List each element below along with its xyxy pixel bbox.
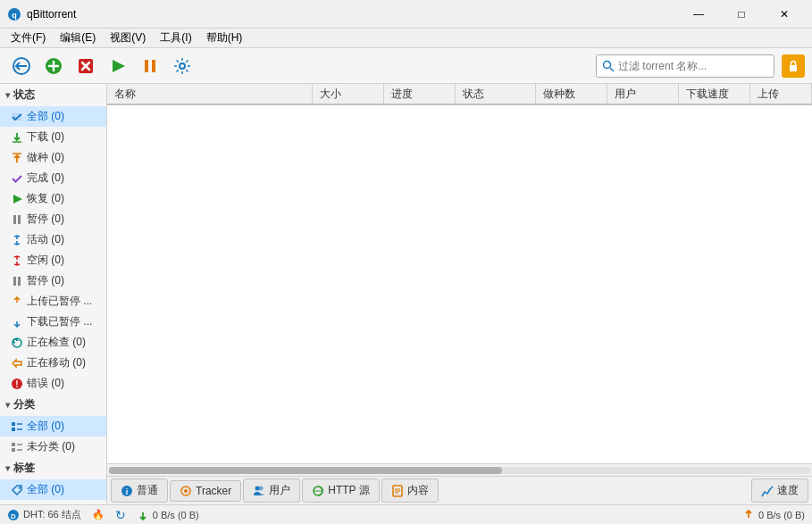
sidebar-section-tags[interactable]: ▾ 标签 <box>0 457 106 479</box>
sidebar-item-all[interactable]: 全部 (0) <box>0 106 106 127</box>
settings-icon <box>173 57 191 75</box>
sidebar-item-idle[interactable]: 空闲 (0) <box>0 250 106 270</box>
sidebar-item-cat-all[interactable]: 全部 (0) <box>0 416 106 437</box>
content-tab-icon <box>391 485 404 497</box>
sidebar-item-cat-none[interactable]: 未分类 (0) <box>0 437 106 457</box>
scrollbar-track[interactable] <box>109 467 810 474</box>
sidebar-item-error-label: 错误 (0) <box>27 376 64 391</box>
svg-rect-6 <box>145 60 148 72</box>
svg-text:i: i <box>126 487 129 496</box>
pause-icon <box>141 57 159 75</box>
window-title: qBittorrent <box>27 8 76 21</box>
http-tab-icon <box>312 485 324 497</box>
flame-status: 🔥 <box>92 509 105 520</box>
svg-point-36 <box>184 489 188 493</box>
search-input[interactable] <box>618 60 761 72</box>
svg-marker-5 <box>113 60 125 72</box>
back-button[interactable] <box>7 52 36 80</box>
speed-button[interactable]: 速度 <box>751 478 808 503</box>
play-icon <box>109 57 127 75</box>
sidebar-item-download-paused[interactable]: 下载已暂停 ... <box>0 312 106 332</box>
svg-point-38 <box>259 486 264 490</box>
menu-file[interactable]: 文件(F) <box>4 29 53 47</box>
torrent-header: 名称 大小 进度 状态 做种数 用户 下载速度 上传 <box>107 84 812 105</box>
menu-view[interactable]: 视图(V) <box>103 29 153 47</box>
sidebar-item-resumed-label: 恢复 (0) <box>27 191 64 206</box>
sidebar-section-category[interactable]: ▾ 分类 <box>0 394 106 416</box>
active-icon <box>11 234 23 246</box>
sidebar-item-completed[interactable]: 完成 (0) <box>0 168 106 188</box>
search-icon <box>602 60 615 72</box>
sidebar-item-tag-all-label: 全部 (0) <box>27 482 64 497</box>
h-scrollbar[interactable] <box>107 463 812 476</box>
sidebar-item-checking[interactable]: 正在检查 (0) <box>0 332 106 353</box>
chevron-status: ▾ <box>5 90 10 100</box>
col-header-progress[interactable]: 进度 <box>384 84 456 104</box>
svg-rect-7 <box>152 60 155 72</box>
svg-rect-18 <box>18 277 21 286</box>
speed-label: 速度 <box>777 483 799 498</box>
sidebar-item-downloading-label: 下载 (0) <box>27 129 64 145</box>
menu-bar: 文件(F) 编辑(E) 视图(V) 工具(I) 帮助(H) <box>0 29 812 48</box>
torrent-list[interactable] <box>107 105 812 463</box>
upload-paused-icon <box>11 295 23 308</box>
menu-edit[interactable]: 编辑(E) <box>53 29 103 47</box>
maximize-button[interactable]: □ <box>721 0 762 29</box>
close-button[interactable]: ✕ <box>764 0 805 29</box>
cat-all-icon <box>11 420 23 433</box>
sidebar-item-download-paused-label: 下载已暂停 ... <box>27 314 92 329</box>
dl-speed-text: 0 B/s (0 B) <box>153 510 199 520</box>
back-icon <box>13 57 30 75</box>
sidebar-item-resumed[interactable]: 恢复 (0) <box>0 188 106 209</box>
chevron-tags: ▾ <box>5 463 10 473</box>
col-header-dl[interactable]: 下载速度 <box>679 84 750 104</box>
delete-button[interactable] <box>71 52 100 80</box>
sidebar-item-active-label: 活动 (0) <box>27 232 64 247</box>
tab-users[interactable]: 用户 <box>243 478 300 503</box>
resumed-icon <box>11 193 23 205</box>
cat-none-icon <box>11 441 23 453</box>
col-header-name[interactable]: 名称 <box>107 84 313 104</box>
tracker-tab-icon <box>180 485 192 497</box>
sidebar-item-checking-label: 正在检查 (0) <box>27 335 86 350</box>
svg-rect-27 <box>12 443 15 446</box>
pause-button[interactable] <box>136 52 164 80</box>
col-header-users[interactable]: 用户 <box>607 84 679 104</box>
sidebar-item-paused2[interactable]: 暂停 (0) <box>0 270 106 291</box>
sidebar-section-status[interactable]: ▾ 状态 <box>0 84 106 106</box>
minimize-button[interactable]: — <box>678 0 719 29</box>
sidebar-item-active[interactable]: 活动 (0) <box>0 229 106 250</box>
svg-text:q: q <box>12 11 17 20</box>
col-header-status[interactable]: 状态 <box>456 84 536 104</box>
lock-button[interactable] <box>782 54 805 78</box>
tab-content[interactable]: 内容 <box>381 478 439 503</box>
settings-button[interactable] <box>168 52 197 80</box>
sidebar-item-paused[interactable]: 暂停 (0) <box>0 209 106 229</box>
chevron-category: ▾ <box>5 400 10 410</box>
sidebar-item-downloading[interactable]: 下载 (0) <box>0 127 106 147</box>
svg-marker-14 <box>13 195 22 204</box>
play-button[interactable] <box>104 52 132 80</box>
sidebar-section-status-label: 状态 <box>13 87 35 103</box>
add-torrent-button[interactable] <box>39 52 68 80</box>
sidebar-item-seeding[interactable]: 做种 (0) <box>0 147 106 168</box>
scrollbar-thumb[interactable] <box>109 467 502 474</box>
col-header-seeds[interactable]: 做种数 <box>536 84 607 104</box>
tab-http[interactable]: HTTP 源 <box>302 478 379 503</box>
tab-tracker[interactable]: Tracker <box>170 480 241 502</box>
col-header-ul[interactable]: 上传 <box>750 84 812 104</box>
sidebar-item-paused2-label: 暂停 (0) <box>27 273 64 288</box>
checking-icon <box>11 337 23 349</box>
app-icon: q <box>7 7 21 21</box>
sidebar-item-tag-all[interactable]: 全部 (0) <box>0 479 106 500</box>
col-header-size[interactable]: 大小 <box>313 84 384 104</box>
menu-tools[interactable]: 工具(I) <box>153 29 198 47</box>
sidebar-item-error[interactable]: ! 错误 (0) <box>0 373 106 394</box>
seeding-icon <box>11 152 23 164</box>
sidebar-item-cat-none-label: 未分类 (0) <box>27 439 75 454</box>
sidebar-item-upload-paused[interactable]: 上传已暂停 ... <box>0 291 106 312</box>
tab-general[interactable]: i 普通 <box>111 478 168 503</box>
sidebar-item-completed-label: 完成 (0) <box>27 171 64 186</box>
sidebar-item-moving[interactable]: 正在移动 (0) <box>0 353 106 373</box>
menu-help[interactable]: 帮助(H) <box>199 29 250 47</box>
